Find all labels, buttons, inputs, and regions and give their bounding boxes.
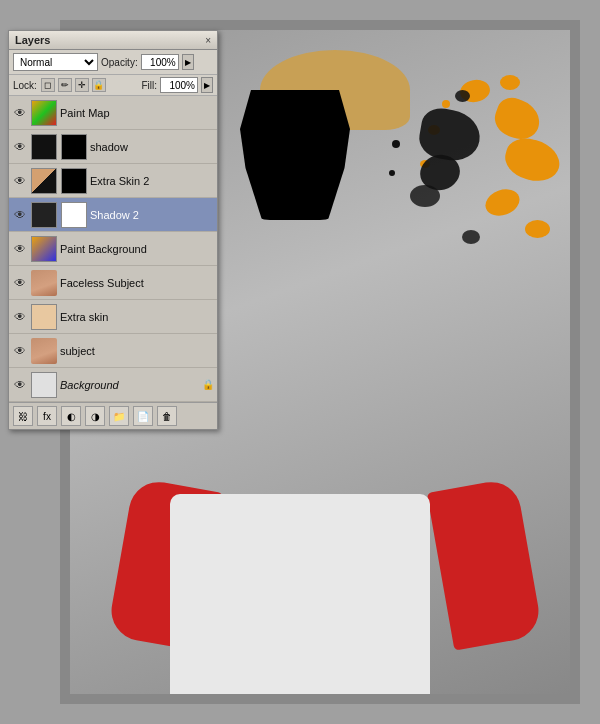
lock-transparent-btn[interactable]: ◻ xyxy=(41,78,55,92)
layer-row-background[interactable]: 👁 Background 🔒 xyxy=(9,368,217,402)
layer-row-faceless-subject[interactable]: 👁 Faceless Subject xyxy=(9,266,217,300)
eye-icon-faceless-subject[interactable]: 👁 xyxy=(12,275,28,291)
layer-row-shadow-2[interactable]: 👁 Shadow 2 xyxy=(9,198,217,232)
layers-panel: Layers × Normal Multiply Screen Overlay … xyxy=(8,30,218,430)
blend-mode-select[interactable]: Normal Multiply Screen Overlay xyxy=(13,53,98,71)
shirt-body xyxy=(170,494,430,694)
blend-mode-row: Normal Multiply Screen Overlay Opacity: … xyxy=(9,50,217,75)
layer-name-faceless-subject: Faceless Subject xyxy=(60,277,214,289)
layer-name-extra-skin: Extra skin xyxy=(60,311,214,323)
background-lock-icon: 🔒 xyxy=(202,379,214,390)
layer-mask-extra-skin-2 xyxy=(61,168,87,194)
splat-black-5 xyxy=(462,230,480,244)
layer-thumb-extra-skin xyxy=(31,304,57,330)
eye-icon-paint-background[interactable]: 👁 xyxy=(12,241,28,257)
lock-all-btn[interactable]: 🔒 xyxy=(92,78,106,92)
splat-orange-1 xyxy=(490,93,545,144)
fill-label: Fill: xyxy=(141,80,157,91)
fill-section: Fill: ▶ xyxy=(141,77,213,93)
layer-row-subject[interactable]: 👁 subject xyxy=(9,334,217,368)
layer-name-paint-map: Paint Map xyxy=(60,107,214,119)
splat-black-6 xyxy=(392,140,400,148)
link-layers-btn[interactable]: ⛓ xyxy=(13,406,33,426)
new-group-btn[interactable]: 📁 xyxy=(109,406,129,426)
layer-name-shadow-2: Shadow 2 xyxy=(90,209,214,221)
splat-orange-6 xyxy=(525,220,550,238)
fill-input[interactable] xyxy=(160,77,198,93)
splat-orange-5 xyxy=(482,185,523,220)
opacity-row: Opacity: ▶ xyxy=(101,54,194,70)
splatter-container xyxy=(330,70,570,290)
fill-arrow-btn[interactable]: ▶ xyxy=(201,77,213,93)
layer-thumb-shadow-2 xyxy=(31,202,57,228)
panel-title-bar: Layers × xyxy=(9,31,217,50)
layer-mask-shadow xyxy=(61,134,87,160)
opacity-label: Opacity: xyxy=(101,57,138,68)
lock-pixels-btn[interactable]: ✏ xyxy=(58,78,72,92)
eye-icon-extra-skin-2[interactable]: 👁 xyxy=(12,173,28,189)
eye-icon-shadow-2[interactable]: 👁 xyxy=(12,207,28,223)
lock-label: Lock: xyxy=(13,80,37,91)
panel-close-button[interactable]: × xyxy=(205,35,211,46)
layer-thumb-extra-skin-2 xyxy=(31,168,57,194)
splat-orange-3 xyxy=(500,75,520,90)
panel-toolbar: ⛓ fx ◐ ◑ 📁 📄 🗑 xyxy=(9,402,217,429)
layer-name-background: Background xyxy=(60,379,199,391)
eye-icon-background[interactable]: 👁 xyxy=(12,377,28,393)
splat-orange-4 xyxy=(501,134,564,187)
layer-name-shadow: shadow xyxy=(90,141,214,153)
opacity-input[interactable] xyxy=(141,54,179,70)
splat-black-7 xyxy=(389,170,395,176)
layer-row-shadow[interactable]: 👁 shadow xyxy=(9,130,217,164)
layer-thumb-faceless-subject xyxy=(31,270,57,296)
layer-thumb-background xyxy=(31,372,57,398)
eye-icon-shadow[interactable]: 👁 xyxy=(12,139,28,155)
add-mask-btn[interactable]: ◐ xyxy=(61,406,81,426)
layer-mask-shadow-2 xyxy=(61,202,87,228)
adjustment-btn[interactable]: ◑ xyxy=(85,406,105,426)
lock-icons: ◻ ✏ ✛ 🔒 xyxy=(41,78,106,92)
layer-row-paint-background[interactable]: 👁 Paint Background xyxy=(9,232,217,266)
layer-name-subject: subject xyxy=(60,345,214,357)
layer-row-extra-skin-2[interactable]: 👁 Extra Skin 2 xyxy=(9,164,217,198)
layer-thumb-paint-map xyxy=(31,100,57,126)
splat-black-4 xyxy=(455,90,470,102)
layer-thumb-subject xyxy=(31,338,57,364)
layer-row-paint-map[interactable]: 👁 Paint Map xyxy=(9,96,217,130)
splat-orange-8 xyxy=(442,100,450,108)
lock-row: Lock: ◻ ✏ ✛ 🔒 Fill: ▶ xyxy=(9,75,217,96)
fx-btn[interactable]: fx xyxy=(37,406,57,426)
layer-name-extra-skin-2: Extra Skin 2 xyxy=(90,175,214,187)
layer-row-extra-skin[interactable]: 👁 Extra skin xyxy=(9,300,217,334)
layer-thumb-paint-background xyxy=(31,236,57,262)
eye-icon-subject[interactable]: 👁 xyxy=(12,343,28,359)
shirt-sleeve-right xyxy=(427,477,543,650)
new-layer-btn[interactable]: 📄 xyxy=(133,406,153,426)
delete-layer-btn[interactable]: 🗑 xyxy=(157,406,177,426)
layer-thumb-shadow xyxy=(31,134,57,160)
layers-list: 👁 Paint Map 👁 shadow 👁 Extra Skin 2 👁 Sh… xyxy=(9,96,217,402)
layer-name-paint-background: Paint Background xyxy=(60,243,214,255)
splat-black-3 xyxy=(410,185,440,207)
opacity-arrow-btn[interactable]: ▶ xyxy=(182,54,194,70)
lock-position-btn[interactable]: ✛ xyxy=(75,78,89,92)
eye-icon-extra-skin[interactable]: 👁 xyxy=(12,309,28,325)
eye-icon-paint-map[interactable]: 👁 xyxy=(12,105,28,121)
panel-title: Layers xyxy=(15,34,50,46)
